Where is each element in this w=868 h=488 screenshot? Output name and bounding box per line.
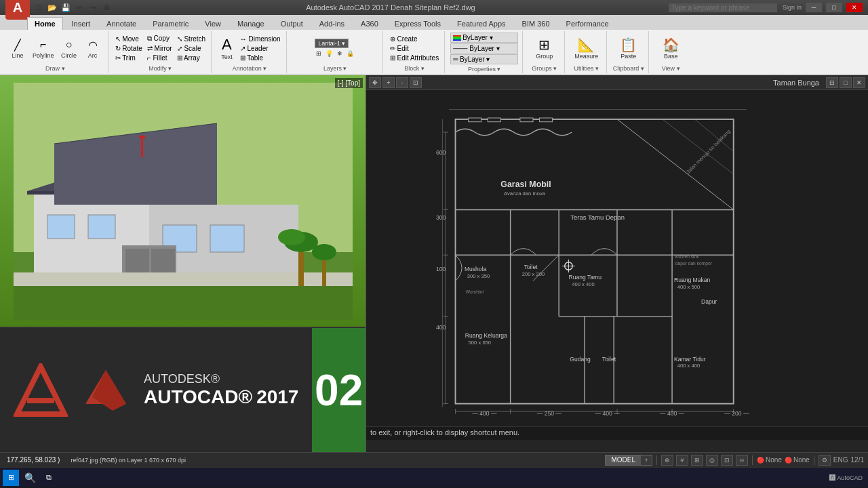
restore-button[interactable]: ⊟ <box>826 77 838 88</box>
layer-lock-button[interactable]: 🔒 <box>345 49 355 58</box>
tab-performance[interactable]: Performance <box>559 17 616 30</box>
ribbon-tabs: Home Insert Annotate Parametric View Man… <box>0 15 868 30</box>
zoom-out-button[interactable]: - <box>396 77 408 88</box>
mirror-button[interactable]: ⇌ Mirror <box>146 44 174 53</box>
edit-attr-button[interactable]: ⊞ Edit Attributes <box>389 54 440 62</box>
tab-annotate[interactable]: Annotate <box>99 17 144 30</box>
close-button[interactable]: ✕ <box>846 3 863 12</box>
fillet-button[interactable]: ⌐ Fillet <box>146 54 174 62</box>
paste-button[interactable]: 📋 Paste <box>616 35 641 61</box>
floor-plan-svg: — 400 — — 250 — — 400 — — 400 — — 200 — … <box>366 90 868 426</box>
arc-button[interactable]: ◠ Arc <box>82 35 104 61</box>
move-button[interactable]: ↖ Move <box>114 35 144 43</box>
layer-props-button[interactable]: ⊞ <box>315 49 323 58</box>
tab-express[interactable]: Express Tools <box>387 17 448 30</box>
tab-manage[interactable]: Manage <box>230 17 272 30</box>
tab-bim360[interactable]: BIM 360 <box>515 17 557 30</box>
polyline-button[interactable]: ⌐ Polyline <box>31 35 56 61</box>
grid-btn[interactable]: # <box>676 455 688 466</box>
ortho-btn[interactable]: ⊞ <box>691 455 703 466</box>
search-taskbar[interactable]: 🔍 <box>22 470 38 486</box>
close-cad-button[interactable]: ✕ <box>853 77 865 88</box>
command-input[interactable] <box>369 442 865 450</box>
autodesk-a-logo <box>14 363 68 418</box>
tab-view[interactable]: View <box>197 17 229 30</box>
none-label-2: 🔴 <box>785 457 792 464</box>
tab-addins[interactable]: Add-ins <box>312 17 352 30</box>
ribbon-group-modify: ↖ Move ↻ Rotate ✂ Trim ⧉ Copy ⇌ Mirror ⌐… <box>110 31 212 73</box>
polar-btn[interactable]: ◎ <box>706 455 718 466</box>
tab-a360[interactable]: A360 <box>353 17 386 30</box>
qa-open[interactable]: 📂 <box>46 1 58 14</box>
viewport-3d[interactable]: [-] [Top] <box>0 75 366 327</box>
search-input[interactable] <box>669 3 777 12</box>
table-button[interactable]: ⊞ Table <box>239 54 282 62</box>
ribbon-group-properties: ByLayer ▾ ─── ByLayer ▾ ═ ByLayer ▾ Prop… <box>446 31 523 73</box>
qa-new[interactable]: 🗋 <box>33 1 45 14</box>
bylayer-lineweight[interactable]: ═ ByLayer ▾ <box>450 54 518 64</box>
command-input-row[interactable] <box>366 440 868 452</box>
snap-btn[interactable]: ⊕ <box>661 455 673 466</box>
svg-text:Toilet: Toilet <box>524 264 538 270</box>
add-layout-btn[interactable]: + <box>641 455 652 465</box>
svg-rect-22 <box>141 137 143 157</box>
circle-button[interactable]: ○ Circle <box>58 35 80 61</box>
ribbon-group-draw: ╱ Line ⌐ Polyline ○ Circle ◠ Arc Draw ▾ <box>3 31 108 73</box>
bylayer-linetype[interactable]: ─── ByLayer ▾ <box>450 43 518 54</box>
osnap-btn[interactable]: ⊡ <box>721 455 733 466</box>
leader-button[interactable]: ↗ Leader <box>239 44 282 53</box>
maximize-button[interactable]: □ <box>826 3 842 12</box>
layer-freeze-button[interactable]: ❄ <box>336 49 344 58</box>
scale-button[interactable]: ⤢ Scale <box>176 44 207 53</box>
pan-button[interactable]: ✥ <box>369 77 381 88</box>
group-button[interactable]: ⊞ Group <box>532 35 557 61</box>
ribbon-group-utilities: 📐 Measure Utilities ▾ <box>566 31 607 73</box>
rotate-button[interactable]: ↻ Rotate <box>114 44 144 53</box>
zoom-extents-button[interactable]: ⊡ <box>410 77 422 88</box>
trim-button[interactable]: ✂ Trim <box>114 54 144 62</box>
model-tab[interactable]: MODEL <box>606 455 641 465</box>
tab-home[interactable]: Home <box>27 17 63 30</box>
svg-text:kitchen sink: kitchen sink <box>675 254 699 259</box>
tab-insert[interactable]: Insert <box>64 17 98 30</box>
bylayer-color[interactable]: ByLayer ▾ <box>450 33 518 43</box>
none-text-2[interactable]: None <box>793 456 810 464</box>
start-button[interactable]: ⊞ <box>3 470 19 486</box>
splash-year: 2017 <box>256 386 298 408</box>
sign-in-btn[interactable]: Sign In <box>783 4 802 11</box>
qa-save[interactable]: 💾 <box>60 1 72 14</box>
create-button[interactable]: ⊕ Create <box>389 35 440 43</box>
layer-dropdown[interactable]: Lantai-1 ▾ <box>315 39 349 48</box>
line-button[interactable]: ╱ Line <box>7 35 28 61</box>
titlebar-title: Autodesk AutoCAD 2017 Denah Siteplan Ref… <box>113 3 669 12</box>
qa-redo[interactable]: ↪ <box>87 1 99 14</box>
array-button[interactable]: ⊞ Array <box>176 54 207 62</box>
zoom-in-button[interactable]: + <box>382 77 395 88</box>
qa-plot[interactable]: 🖶 <box>100 1 113 14</box>
layer-off-button[interactable]: 💡 <box>324 49 334 58</box>
measure-button[interactable]: 📐 Measure <box>570 35 602 61</box>
taskbar-autocad[interactable]: 🅰 AutoCAD <box>827 474 865 481</box>
sep3 <box>814 455 814 465</box>
maximize-cad-button[interactable]: □ <box>840 77 852 88</box>
text-button[interactable]: A Text <box>217 35 237 62</box>
svg-rect-56 <box>488 118 500 122</box>
tab-featured[interactable]: Featured Apps <box>450 17 513 30</box>
stretch-button[interactable]: ⤡ Stretch <box>176 35 207 43</box>
settings-btn[interactable]: ⚙ <box>818 455 831 466</box>
qa-undo[interactable]: ↩ <box>73 1 85 14</box>
edit-block-button[interactable]: ✏ Edit <box>389 44 440 53</box>
none-text-1[interactable]: None <box>766 456 782 464</box>
tab-output[interactable]: Output <box>273 17 311 30</box>
right-panel[interactable]: ✥ + - ⊡ Taman Bunga ⊟ □ ✕ <box>366 75 868 452</box>
cad-drawing-area[interactable]: — 400 — — 250 — — 400 — — 400 — — 200 — … <box>366 90 868 426</box>
otrack-btn[interactable]: ∞ <box>736 455 748 466</box>
model-tab-area: MODEL + <box>605 455 652 466</box>
tab-parametric[interactable]: Parametric <box>145 17 196 30</box>
base-button[interactable]: 🏠 Base <box>658 35 684 61</box>
copy-button[interactable]: ⧉ Copy <box>146 34 174 43</box>
autocad-logo[interactable]: A <box>5 0 30 20</box>
taskview-btn[interactable]: ⧉ <box>41 470 57 486</box>
dimension-button[interactable]: ↔ Dimension <box>239 35 282 43</box>
minimize-button[interactable]: ─ <box>806 3 822 12</box>
